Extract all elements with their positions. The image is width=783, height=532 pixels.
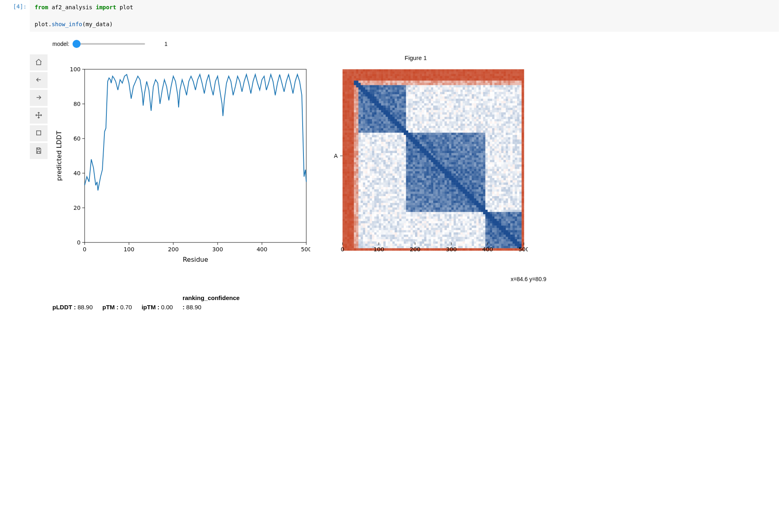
svg-rect-3799	[368, 176, 370, 178]
svg-rect-5150	[347, 214, 349, 217]
svg-rect-5354	[447, 219, 449, 221]
svg-rect-2361	[372, 135, 374, 137]
svg-rect-127	[386, 72, 388, 74]
svg-rect-646	[474, 85, 476, 87]
svg-rect-2581	[508, 139, 511, 142]
svg-rect-4073	[444, 182, 447, 185]
svg-rect-1453	[490, 108, 492, 110]
svg-rect-3833	[444, 176, 447, 178]
svg-rect-2257	[499, 130, 501, 133]
save-button[interactable]	[30, 143, 48, 159]
svg-rect-4608	[388, 199, 390, 201]
svg-rect-4646	[474, 199, 476, 201]
svg-rect-3445	[472, 164, 474, 167]
svg-rect-4253	[490, 187, 492, 190]
svg-rect-6162	[465, 242, 467, 244]
svg-rect-3017	[408, 153, 411, 155]
svg-rect-5720	[370, 230, 372, 232]
svg-rect-3957	[363, 180, 366, 183]
svg-rect-3167	[386, 157, 388, 160]
svg-rect-2224	[424, 130, 427, 133]
svg-rect-3541	[508, 167, 511, 169]
svg-rect-3924	[469, 178, 472, 180]
svg-rect-1179	[413, 101, 415, 104]
svg-rect-5532	[488, 224, 490, 226]
svg-rect-5774	[492, 230, 494, 232]
svg-rect-5535	[494, 224, 497, 226]
svg-rect-6008	[479, 237, 481, 239]
svg-rect-2862	[420, 149, 422, 151]
svg-rect-1073	[354, 99, 356, 101]
svg-rect-4368	[388, 192, 390, 194]
svg-rect-2079	[458, 126, 461, 128]
svg-rect-6106	[519, 239, 522, 242]
svg-rect-2764	[379, 146, 381, 149]
svg-rect-39	[368, 69, 370, 72]
svg-rect-4327	[476, 189, 479, 192]
svg-rect-4832	[352, 205, 354, 208]
model-slider[interactable]	[73, 40, 145, 48]
svg-rect-1301	[508, 103, 511, 106]
svg-rect-5058	[501, 210, 504, 212]
svg-rect-3331	[395, 162, 397, 165]
svg-rect-5397	[363, 221, 366, 224]
svg-rect-2625	[426, 142, 429, 144]
svg-rect-190	[347, 74, 349, 76]
svg-rect-5972	[397, 237, 399, 239]
svg-rect-2620	[415, 142, 417, 144]
svg-rect-5487	[386, 224, 388, 226]
svg-rect-1356	[451, 106, 454, 108]
svg-rect-2939	[413, 151, 415, 153]
svg-rect-5646	[383, 228, 386, 230]
back-button[interactable]	[30, 72, 48, 88]
svg-rect-4018	[501, 180, 504, 183]
svg-rect-1751	[440, 117, 442, 119]
svg-rect-2290	[393, 133, 395, 135]
svg-rect-4271	[349, 189, 352, 192]
svg-rect-1844	[469, 119, 472, 122]
svg-rect-5666	[429, 228, 431, 230]
svg-rect-3269	[436, 160, 438, 162]
svg-rect-5241	[372, 217, 374, 219]
svg-rect-5099	[413, 212, 415, 214]
pan-button[interactable]	[30, 108, 48, 124]
svg-rect-4339	[503, 189, 506, 192]
svg-rect-3761	[463, 174, 465, 176]
svg-rect-4950	[438, 207, 440, 210]
code-cell[interactable]: from af2_analysis import plot plot.show_…	[30, 0, 779, 32]
svg-rect-5078	[365, 212, 368, 214]
svg-rect-220	[415, 74, 417, 76]
svg-rect-5142	[510, 212, 513, 214]
svg-rect-3384	[515, 162, 517, 165]
svg-rect-3827	[431, 176, 433, 178]
svg-rect-5134	[492, 212, 494, 214]
svg-rect-5834	[447, 232, 449, 235]
svg-rect-239	[458, 74, 461, 76]
zoom-button[interactable]	[30, 125, 48, 141]
svg-rect-4679	[368, 201, 370, 203]
svg-rect-2234	[447, 130, 449, 133]
svg-rect-1395	[358, 108, 361, 110]
home-button[interactable]	[30, 54, 48, 70]
svg-rect-5463	[513, 221, 515, 224]
svg-rect-4484	[469, 194, 472, 196]
svg-rect-2182	[510, 128, 513, 130]
svg-rect-182	[510, 72, 513, 74]
forward-button[interactable]	[30, 90, 48, 106]
svg-rect-6062	[420, 239, 422, 242]
svg-rect-5842	[465, 232, 467, 235]
svg-rect-2518	[365, 139, 368, 142]
svg-rect-1833	[444, 119, 447, 122]
svg-rect-1705	[517, 115, 519, 117]
svg-rect-1511	[440, 110, 442, 112]
svg-rect-1712	[352, 117, 354, 119]
pae-heatmap[interactable]: 0100200300400500A	[326, 65, 528, 268]
svg-rect-6279	[368, 246, 370, 248]
svg-rect-3128	[479, 155, 481, 158]
svg-rect-109	[345, 72, 347, 74]
svg-rect-797	[454, 90, 456, 92]
slider-thumb[interactable]	[73, 40, 81, 48]
plddt-line-chart[interactable]: 0204060801000100200300400500Residuepredi…	[52, 65, 310, 268]
svg-rect-2190	[347, 130, 349, 133]
svg-rect-5731	[395, 230, 397, 232]
